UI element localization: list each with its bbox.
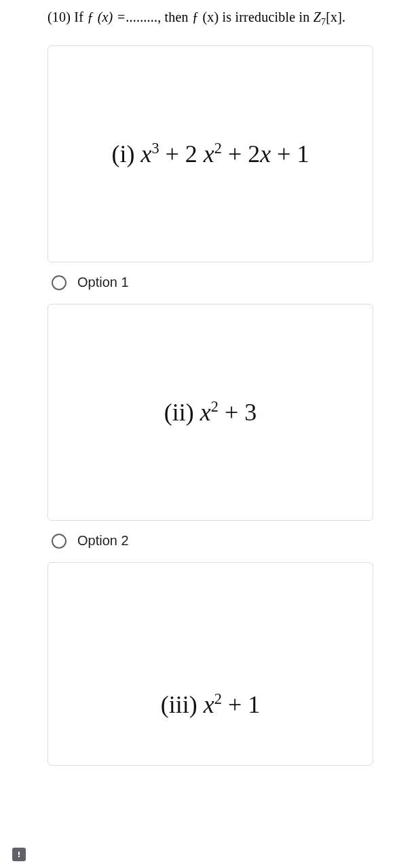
option-1-label: Option 1 (77, 275, 129, 290)
options-container: (i) x3 + 2 x2 + 2x + 1 Option 1 (ii) x2 … (0, 25, 418, 766)
option-3-formula: (iii) x2 + 1 (161, 690, 260, 719)
ring-base: Z (314, 9, 321, 24)
radio-icon[interactable] (52, 534, 66, 549)
question-text: (10) If ƒ (x) =........., then ƒ (x) is … (0, 0, 418, 25)
option-card-1: (i) x3 + 2 x2 + 2x + 1 (48, 45, 373, 262)
svg-rect-0 (18, 852, 20, 855)
question-fx: ƒ (x) = (87, 9, 126, 24)
radio-icon[interactable] (52, 275, 66, 290)
option-2-formula: (ii) x2 + 3 (164, 398, 256, 427)
option-1-radio-row[interactable]: Option 1 (48, 275, 377, 304)
report-button[interactable] (12, 848, 26, 861)
ring-tail: [x]. (326, 9, 345, 24)
report-icon (15, 850, 23, 859)
roman-i: (i) (111, 140, 140, 167)
roman-ii: (ii) (164, 399, 200, 426)
question-ring: Z7[x]. (314, 9, 346, 24)
page-root: (10) If ƒ (x) =........., then ƒ (x) is … (0, 0, 418, 868)
option-card-3: (iii) x2 + 1 (48, 562, 373, 766)
roman-iii: (iii) (161, 691, 204, 718)
svg-rect-1 (18, 856, 20, 857)
option-card-2: (ii) x2 + 3 (48, 304, 373, 521)
option-1-formula: (i) x3 + 2 x2 + 2x + 1 (111, 140, 309, 168)
question-prefix: (10) If (48, 9, 87, 24)
option-2-radio-row[interactable]: Option 2 (48, 533, 377, 562)
option-2-label: Option 2 (77, 533, 129, 549)
question-blank: ........., (126, 9, 161, 24)
question-then: then ƒ (x) is irreducible in (161, 9, 313, 24)
